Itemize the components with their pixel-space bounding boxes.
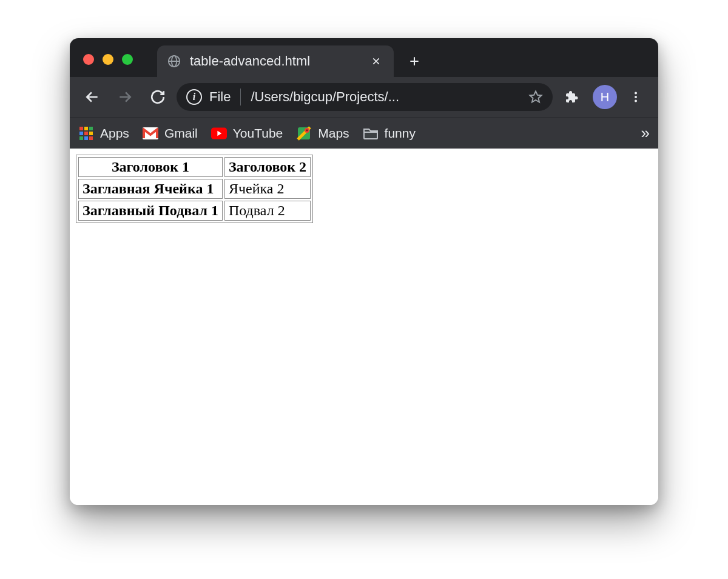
separator — [240, 89, 241, 105]
demo-table: Заголовок 1 Заголовок 2 Заглавная Ячейка… — [76, 155, 313, 223]
window-controls — [70, 54, 133, 77]
bookmarks-overflow-button[interactable]: » — [641, 124, 650, 142]
titlebar: table-advanced.html — [70, 38, 658, 77]
svg-point-4 — [635, 99, 637, 102]
back-button[interactable] — [78, 83, 106, 111]
url-scheme: File — [209, 89, 231, 105]
reload-button[interactable] — [144, 83, 172, 111]
gmail-icon — [143, 126, 158, 141]
minimize-window-button[interactable] — [103, 54, 113, 65]
bookmarks-bar: Apps Gmail YouTube Maps funny — [70, 117, 658, 149]
bookmark-label: Gmail — [164, 126, 198, 141]
bookmark-folder-funny[interactable]: funny — [363, 126, 416, 141]
close-tab-icon[interactable] — [369, 55, 383, 68]
overflow-chevron: » — [641, 124, 650, 142]
table-row-header: Заглавная Ячейка 1 — [78, 179, 223, 199]
tabstrip: table-advanced.html — [133, 38, 658, 77]
bookmark-maps[interactable]: Maps — [296, 126, 349, 141]
bookmark-label: Apps — [100, 126, 129, 141]
apps-icon — [78, 126, 94, 141]
globe-icon — [167, 54, 181, 69]
bookmark-apps[interactable]: Apps — [78, 126, 129, 141]
bookmark-label: Maps — [318, 126, 349, 141]
forward-button[interactable] — [111, 83, 139, 111]
menu-button[interactable] — [622, 83, 650, 111]
svg-point-2 — [635, 92, 637, 95]
bookmark-youtube[interactable]: YouTube — [211, 126, 283, 141]
tab-title: table-advanced.html — [190, 53, 361, 69]
profile-initial: H — [601, 90, 609, 104]
address-bar[interactable]: i File /Users/bigcup/Projects/... — [177, 83, 553, 111]
table-header-cell: Заголовок 1 — [78, 157, 223, 177]
bookmark-gmail[interactable]: Gmail — [143, 126, 198, 141]
new-tab-button[interactable] — [403, 50, 425, 72]
table-footer-cell: Подвал 2 — [224, 201, 311, 221]
table-cell: Ячейка 2 — [224, 179, 311, 199]
page-content: Заголовок 1 Заголовок 2 Заглавная Ячейка… — [70, 149, 658, 505]
maps-icon — [296, 126, 312, 141]
bookmark-label: YouTube — [233, 126, 283, 141]
site-info-icon[interactable]: i — [186, 89, 202, 105]
toolbar: i File /Users/bigcup/Projects/... H — [70, 77, 658, 117]
browser-window: table-advanced.html i File /Users/bigcup… — [70, 38, 658, 505]
svg-point-3 — [635, 96, 637, 98]
profile-avatar[interactable]: H — [593, 85, 617, 109]
bookmark-star-icon[interactable] — [528, 90, 543, 104]
folder-icon — [363, 126, 379, 141]
extensions-button[interactable] — [558, 83, 585, 111]
maximize-window-button[interactable] — [122, 54, 133, 65]
browser-tab[interactable]: table-advanced.html — [157, 45, 394, 77]
youtube-icon — [211, 126, 227, 141]
url-path: /Users/bigcup/Projects/... — [251, 89, 521, 105]
table-row: Заглавная Ячейка 1 Ячейка 2 — [78, 179, 311, 199]
bookmark-label: funny — [385, 126, 416, 141]
table-footer-header: Заглавный Подвал 1 — [78, 201, 223, 221]
svg-point-9 — [306, 129, 308, 131]
table-header-cell: Заголовок 2 — [224, 157, 311, 177]
close-window-button[interactable] — [83, 54, 94, 65]
table-footer-row: Заглавный Подвал 1 Подвал 2 — [78, 201, 311, 221]
table-header-row: Заголовок 1 Заголовок 2 — [78, 157, 311, 177]
